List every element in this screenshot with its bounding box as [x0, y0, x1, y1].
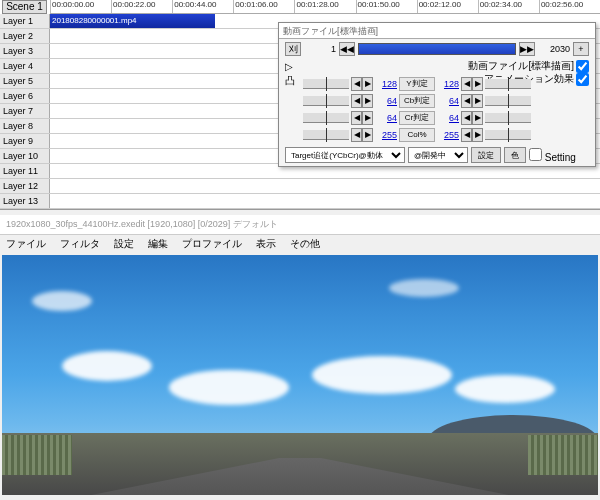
arrow-left-icon[interactable]: ◀ [351, 94, 362, 108]
menu-item[interactable]: フィルタ [60, 237, 100, 251]
cloud [312, 356, 452, 394]
param-label: Y判定 [399, 77, 435, 91]
arrow-left-icon[interactable]: ◀ [351, 77, 362, 91]
cloud [62, 351, 152, 381]
layer-label[interactable]: Layer 12 [0, 179, 50, 193]
menu-item[interactable]: 編集 [148, 237, 168, 251]
cloud [455, 375, 555, 403]
param-value[interactable]: 64 [437, 96, 459, 106]
layer-label[interactable]: Layer 8 [0, 119, 50, 133]
param-slider[interactable] [303, 113, 349, 123]
cloud [32, 291, 92, 311]
road [2, 433, 598, 495]
arrow-right-icon[interactable]: ▶ [472, 94, 483, 108]
ruler-tick: 00:02:12.00 [417, 0, 478, 13]
ruler-tick: 00:00:22.00 [111, 0, 172, 13]
param-value[interactable]: 64 [375, 96, 397, 106]
arrow-left-icon[interactable]: ◀ [461, 94, 472, 108]
layer-label[interactable]: Layer 11 [0, 164, 50, 178]
frame-total: 2030 [538, 44, 570, 54]
arrow-right-icon[interactable]: ▶ [362, 77, 373, 91]
cloud [169, 370, 289, 405]
arrow-left-icon[interactable]: ◀ [351, 111, 362, 125]
preview-menubar: ファイルフィルタ設定編集プロファイル表示その他 [0, 235, 600, 253]
param-value[interactable]: 128 [375, 79, 397, 89]
preview-window: 1920x1080_30fps_44100Hz.exedit [1920,108… [0, 215, 600, 500]
layer-label[interactable]: Layer 6 [0, 89, 50, 103]
param-value[interactable]: 64 [437, 113, 459, 123]
ruler-tick: 00:01:06.00 [233, 0, 294, 13]
layer-track[interactable] [50, 194, 600, 208]
barrier [2, 435, 72, 475]
param-slider[interactable] [485, 113, 531, 123]
cloud [389, 279, 459, 297]
menu-item[interactable]: 表示 [256, 237, 276, 251]
arrow-right-icon[interactable]: ▶ [472, 77, 483, 91]
param-slider[interactable] [303, 96, 349, 106]
setting-checkbox[interactable]: Setting [529, 148, 576, 163]
target-select[interactable]: Target追従(YCbCr)@動体 [285, 147, 405, 163]
ruler-tick: 00:01:50.00 [356, 0, 417, 13]
mode-select[interactable]: @開発中 [408, 147, 468, 163]
menu-item[interactable]: その他 [290, 237, 320, 251]
arrow-left-icon[interactable]: ◀ [461, 128, 472, 142]
color-button[interactable]: 色 [504, 147, 526, 163]
plus-icon[interactable]: + [573, 42, 589, 56]
arrow-right-icon[interactable]: ▶ [472, 111, 483, 125]
arrow-left-icon[interactable]: ◀ [461, 111, 472, 125]
arrow-right-icon[interactable]: ▶ [362, 128, 373, 142]
panel-title: 動画ファイル[標準描画] [279, 23, 595, 39]
param-label: Cb判定 [399, 94, 435, 108]
layer-label[interactable]: Layer 4 [0, 59, 50, 73]
preview-viewport[interactable] [2, 255, 598, 495]
layer-label[interactable]: Layer 5 [0, 74, 50, 88]
close-icon[interactable]: 刈 [285, 42, 301, 56]
lock-icon[interactable]: 凸 [285, 74, 295, 88]
expand-icon[interactable]: ▷ [285, 61, 295, 72]
menu-item[interactable]: 設定 [114, 237, 134, 251]
layer-label[interactable]: Layer 2 [0, 29, 50, 43]
layer-label[interactable]: Layer 9 [0, 134, 50, 148]
arrow-right-icon[interactable]: ▶ [362, 111, 373, 125]
settings-button[interactable]: 設定 [471, 147, 501, 163]
frame-index: 1 [304, 44, 336, 54]
rewind-icon[interactable]: ◀◀ [339, 42, 355, 56]
param-slider[interactable] [485, 130, 531, 140]
scene-tab[interactable]: Scene 1 [2, 0, 47, 14]
arrow-left-icon[interactable]: ◀ [351, 128, 362, 142]
menu-item[interactable]: ファイル [6, 237, 46, 251]
arrow-right-icon[interactable]: ▶ [362, 94, 373, 108]
ruler-tick: 00:00:44.00 [172, 0, 233, 13]
param-slider[interactable] [303, 79, 349, 89]
param-slider[interactable] [303, 130, 349, 140]
preview-title: 1920x1080_30fps_44100Hz.exedit [1920,108… [0, 215, 600, 235]
param-label: Cr判定 [399, 111, 435, 125]
ruler-tick: 00:00:00.00 [50, 0, 111, 13]
barrier [528, 435, 598, 475]
ruler-tick: 00:02:56.00 [539, 0, 600, 13]
param-value[interactable]: 255 [437, 130, 459, 140]
menu-item[interactable]: プロファイル [182, 237, 242, 251]
video-clip[interactable]: 201808280000001.mp4 [50, 14, 215, 28]
forward-icon[interactable]: ▶▶ [519, 42, 535, 56]
layer-label[interactable]: Layer 13 [0, 194, 50, 208]
layer-label[interactable]: Layer 10 [0, 149, 50, 163]
arrow-right-icon[interactable]: ▶ [472, 128, 483, 142]
ruler-tick: 00:02:34.00 [478, 0, 539, 13]
param-slider[interactable] [485, 96, 531, 106]
timeline-ruler[interactable]: 00:00:00.00 00:00:22.00 00:00:44.00 00:0… [50, 0, 600, 14]
param-value[interactable]: 64 [375, 113, 397, 123]
layer-track[interactable] [50, 179, 600, 193]
layer-label[interactable]: Layer 3 [0, 44, 50, 58]
param-value[interactable]: 255 [375, 130, 397, 140]
arrow-left-icon[interactable]: ◀ [461, 77, 472, 91]
layer-label[interactable]: Layer 7 [0, 104, 50, 118]
param-value[interactable]: 128 [437, 79, 459, 89]
check-video-file[interactable]: 動画ファイル[標準描画] [285, 60, 589, 73]
frame-slider[interactable] [358, 43, 516, 55]
param-label: Col% [399, 128, 435, 142]
layer-label[interactable]: Layer 1 [0, 14, 50, 28]
param-slider[interactable] [485, 79, 531, 89]
effect-panel: 動画ファイル[標準描画] 刈 1 ◀◀ ▶▶ 2030 + ▷ 凸 動画ファイル… [278, 22, 596, 167]
ruler-tick: 00:01:28.00 [294, 0, 355, 13]
